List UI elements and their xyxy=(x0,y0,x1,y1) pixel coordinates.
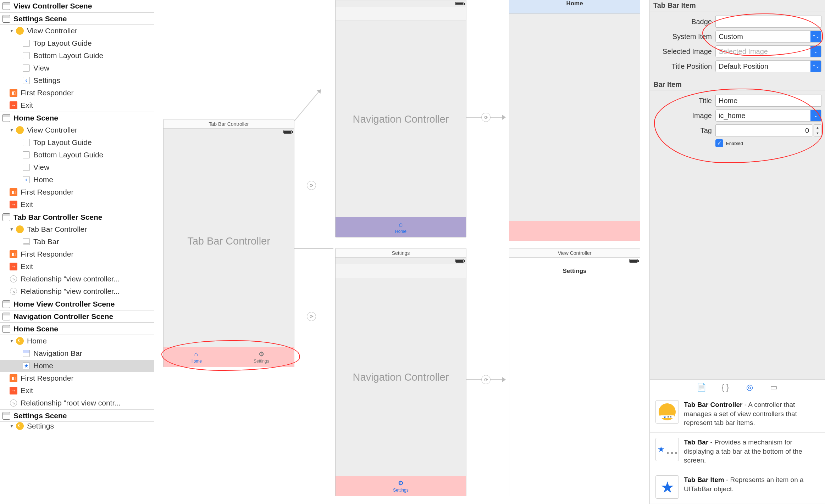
scene-body[interactable]: Navigation Controller xyxy=(336,278,466,476)
navigation-bar[interactable] xyxy=(336,7,466,21)
disclosure-triangle-icon[interactable]: ▼ xyxy=(9,424,14,429)
outline-item-exit[interactable]: →Exit xyxy=(0,99,154,112)
library-tab-code-icon[interactable]: { } xyxy=(720,382,730,392)
stepper-up-icon[interactable]: ▲ xyxy=(814,125,821,130)
segue-badge-icon[interactable]: ⟳ xyxy=(307,181,316,190)
segue-badge-icon[interactable]: ⟳ xyxy=(307,312,316,321)
outline-item[interactable]: Bottom Layout Guide xyxy=(0,149,154,161)
scene-icon xyxy=(2,300,11,308)
scene-navigation-controller-settings[interactable]: Settings Navigation Controller ⚙ Setting… xyxy=(335,248,466,496)
outline-item-segue[interactable]: ↘Relationship "view controller... xyxy=(0,273,154,285)
disclosure-triangle-icon[interactable]: ▼ xyxy=(9,28,14,33)
outline-item[interactable]: ‹Home xyxy=(0,174,154,186)
library-tab-bar: 📄 { } ◎ ▭ xyxy=(650,380,825,395)
scene-icon xyxy=(2,2,11,10)
library-item-tab-bar-item[interactable]: ★ Tab Bar Item - Represents an item on a… xyxy=(650,470,825,504)
item-label: Navigation Bar xyxy=(33,349,82,358)
library-item-tab-bar-controller[interactable]: ★ Tab Bar Controller - A controller that… xyxy=(650,395,825,433)
xcode-interface-builder: View Controller Scene Settings Scene ▼ V… xyxy=(0,0,825,504)
scene-header[interactable]: View Controller Scene xyxy=(0,0,154,12)
title-input[interactable] xyxy=(715,95,821,107)
scene-header[interactable]: Navigation Controller Scene xyxy=(0,310,154,323)
scene-navigation-controller-home[interactable]: Navigation Controller ⌂ Home xyxy=(335,0,466,237)
selected-image-select[interactable]: Selected Image ⌄ xyxy=(715,45,821,57)
outline-item-tab-bar-controller[interactable]: ▼ Tab Bar Controller xyxy=(0,223,154,236)
outline-item[interactable]: View xyxy=(0,62,154,74)
scene-header[interactable]: Tab Bar Controller Scene xyxy=(0,211,154,223)
outline-item-tab-bar[interactable]: Tab Bar xyxy=(0,236,154,248)
scene-label: View Controller Scene xyxy=(13,2,92,10)
scene-body[interactable] xyxy=(509,14,640,221)
outline-item-navbar[interactable]: Navigation Bar xyxy=(0,347,154,360)
library-tab-object-icon[interactable]: ◎ xyxy=(744,382,754,392)
outline-item-first-responder[interactable]: ◧First Responder xyxy=(0,372,154,385)
outline-item-first-responder[interactable]: ◧First Responder xyxy=(0,248,154,261)
image-select[interactable]: ic_home ⌄ xyxy=(715,110,821,122)
scene-header[interactable]: Settings Scene xyxy=(0,12,154,25)
tab-bar[interactable]: ⌂ Home ⚙ Settings xyxy=(164,347,294,367)
scene-body[interactable]: Tab Bar Controller xyxy=(164,135,294,347)
tab-bar[interactable]: ⌂ Home xyxy=(336,217,466,237)
tab-bar-item-home[interactable]: ⌂ Home xyxy=(164,347,229,367)
scene-icon xyxy=(2,312,11,321)
inspector-section: Title Image ic_home ⌄ Tag 0 ▲▼ xyxy=(650,90,825,153)
tab-bar[interactable]: ⚙ Settings xyxy=(336,476,466,496)
outline-item-first-responder[interactable]: ◧First Responder xyxy=(0,87,154,99)
battery-icon xyxy=(283,130,292,134)
tab-bar-item-settings[interactable]: ⚙ Settings xyxy=(229,347,294,367)
scene-header[interactable]: Home Scene xyxy=(0,112,154,124)
tab-bar-item-home[interactable]: ⌂ Home xyxy=(336,217,466,237)
stepper-down-icon[interactable]: ▼ xyxy=(814,130,821,136)
exit-icon: → xyxy=(9,101,18,110)
scene-header[interactable]: Settings Scene xyxy=(0,409,154,422)
outline-item[interactable]: Top Layout Guide xyxy=(0,136,154,149)
outline-item-view-controller[interactable]: ▼ View Controller xyxy=(0,25,154,37)
navigation-bar[interactable]: Settings xyxy=(509,264,640,278)
scene-home-view-controller[interactable]: Home xyxy=(509,0,640,241)
outline-item-tab-bar-item-home[interactable]: ★Home xyxy=(0,360,154,372)
outline-item-first-responder[interactable]: ◧First Responder xyxy=(0,186,154,198)
outline-item[interactable]: View xyxy=(0,161,154,174)
scene-header[interactable]: Home View Controller Scene xyxy=(0,298,154,310)
outline-item[interactable]: ‹Settings xyxy=(0,74,154,87)
navigation-bar[interactable] xyxy=(336,264,466,278)
system-item-select[interactable]: Custom ⌃⌄ xyxy=(715,30,821,43)
outline-item-nav-controller[interactable]: ▼ Settings xyxy=(0,422,154,430)
disclosure-triangle-icon[interactable]: ▼ xyxy=(9,338,14,343)
scene-settings-view-controller[interactable]: View Controller Settings xyxy=(509,248,640,496)
disclosure-triangle-icon[interactable]: ▼ xyxy=(9,128,14,133)
scene-tab-bar-controller[interactable]: Tab Bar Controller Tab Bar Controller ⌂ … xyxy=(163,119,294,367)
outline-item[interactable]: Top Layout Guide xyxy=(0,37,154,50)
document-outline[interactable]: View Controller Scene Settings Scene ▼ V… xyxy=(0,0,154,504)
object-library: 📄 { } ◎ ▭ ★ Tab Bar Controller - A contr… xyxy=(650,379,825,504)
outline-item-exit[interactable]: →Exit xyxy=(0,261,154,273)
tag-input[interactable]: 0 xyxy=(715,124,812,136)
title-position-select[interactable]: Default Position ⌃⌄ xyxy=(715,60,821,72)
tab-bar[interactable] xyxy=(509,221,640,241)
tag-stepper[interactable]: ▲▼ xyxy=(814,124,821,136)
disclosure-triangle-icon[interactable]: ▼ xyxy=(9,227,14,232)
library-tab-file-icon[interactable]: 📄 xyxy=(696,382,706,392)
status-bar xyxy=(509,258,640,264)
storyboard-canvas[interactable]: Tab Bar Controller Tab Bar Controller ⌂ … xyxy=(154,0,649,504)
segue-badge-icon[interactable]: ⟳ xyxy=(481,375,491,384)
navigation-bar[interactable]: Home xyxy=(509,0,640,14)
library-tab-media-icon[interactable]: ▭ xyxy=(769,382,779,392)
outline-item-segue[interactable]: ↘Relationship "root view contr... xyxy=(0,397,154,409)
outline-item-exit[interactable]: →Exit xyxy=(0,198,154,211)
library-item-tab-bar[interactable]: ★ Tab Bar - Provides a mechanism for dis… xyxy=(650,433,825,470)
badge-input[interactable] xyxy=(715,16,821,28)
segue-badge-icon[interactable]: ⟳ xyxy=(481,113,491,122)
outline-item-exit[interactable]: →Exit xyxy=(0,385,154,397)
scene-icon xyxy=(2,411,11,420)
tab-bar-item-settings[interactable]: ⚙ Settings xyxy=(336,476,466,496)
outline-item-nav-controller[interactable]: ▼ Home xyxy=(0,335,154,347)
enabled-checkbox[interactable]: ✓ xyxy=(715,139,723,147)
scene-body[interactable]: Navigation Controller xyxy=(336,21,466,217)
star-icon: ★ xyxy=(658,445,665,454)
scene-header[interactable]: Home Scene xyxy=(0,323,154,335)
outline-item-view-controller[interactable]: ▼ View Controller xyxy=(0,124,154,136)
outline-item[interactable]: Bottom Layout Guide xyxy=(0,50,154,62)
scene-body[interactable] xyxy=(509,278,640,496)
outline-item-segue[interactable]: ↘Relationship "view controller... xyxy=(0,285,154,298)
